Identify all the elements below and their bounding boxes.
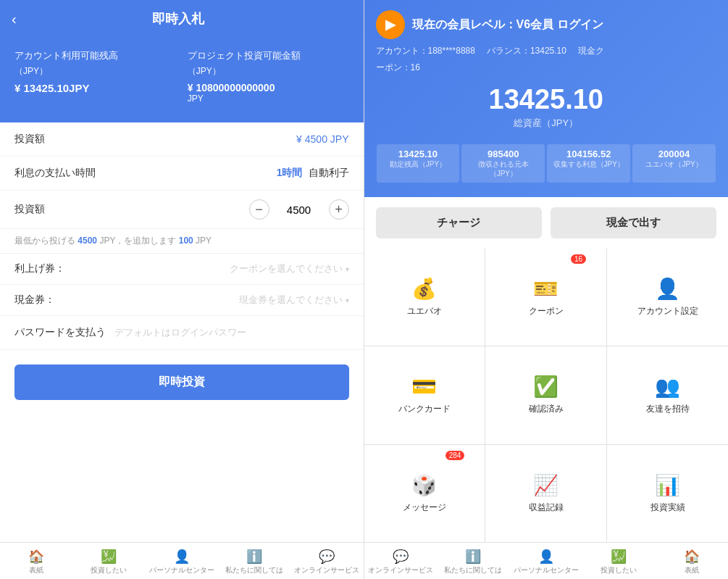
coupon-select-row[interactable]: 利上げ券： クーポンを選んでください ▾ (0, 254, 364, 285)
coupon-row: ーポン：16 (376, 62, 420, 74)
about-icon: ℹ️ (246, 549, 262, 565)
menu-messages[interactable]: 284 🎲 メッセージ (364, 445, 485, 542)
hint-suffix: JPY (193, 236, 212, 246)
menu-earnings[interactable]: 📈 収益記録 (485, 445, 606, 542)
total-balance-section: 13425.10 総資産（JPY） (376, 78, 717, 136)
yuebao-icon: 💰 (411, 277, 437, 301)
right-header: ▶ 現在の会員レベル：V6会員 ログイン アカウント：188****8888 バ… (364, 0, 729, 197)
right-nav-personal[interactable]: 👤 パーソナルセンター (510, 547, 583, 576)
right-nav-online-label: オンラインサービス (368, 566, 433, 575)
account-settings-label: アカウント設定 (637, 305, 698, 317)
left-nav-online[interactable]: 💬 オンラインサービス (290, 547, 363, 576)
left-nav-personal[interactable]: 👤 パーソナルセンター (146, 547, 218, 576)
menu-verified[interactable]: ✅ 確認済み (485, 346, 606, 443)
coupon-label: 利上げ券： (14, 262, 65, 275)
menu-grid: 💰 ユエバオ 16 🎫 クーポン 👤 アカウント設定 💳 バンクカード ✅ 確認… (364, 249, 729, 542)
left-nav-about-label: 私たちに関しては (225, 566, 283, 575)
left-nav-home[interactable]: 🏠 表紙 (0, 547, 72, 576)
right-nav-home[interactable]: 🏠 表紙 (656, 547, 729, 576)
menu-invite[interactable]: 👥 友達を招待 (607, 346, 728, 443)
verified-label: 確認済み (529, 403, 564, 415)
logo-icon: ▶ (385, 17, 396, 33)
verified-icon: ✅ (533, 375, 558, 399)
personal-icon: 👤 (174, 549, 190, 565)
left-nav-invest[interactable]: 💹 投資したい (72, 547, 145, 576)
withdraw-button[interactable]: 現金で出す (551, 207, 716, 238)
interest-row: 利息の支払い時間 1時間 自動利子 (0, 157, 364, 191)
right-nav-invest[interactable]: 💹 投資したい (582, 547, 656, 576)
left-panel: ‹ 即時入札 アカウント利用可能残高 （JPY） ¥ 13425.10JPY プ… (0, 0, 364, 579)
investment-results-label: 投資実績 (650, 501, 685, 514)
yuebao-label: ユエバオ (407, 305, 442, 317)
menu-yuebao[interactable]: 💰 ユエバオ (364, 249, 485, 346)
cash-label: 現金券： (14, 293, 55, 307)
charge-button[interactable]: チャージ (376, 207, 542, 238)
right-invest-icon: 💹 (611, 549, 627, 565)
coupon-menu-label: クーポン (529, 305, 564, 317)
account-balance-value: ¥ 13425.10JPY (14, 82, 176, 94)
coupon-placeholder: クーポンを選んでください ▾ (230, 262, 349, 275)
investment-value: ¥ 4500 JPY (296, 133, 348, 145)
interest-value: 1時間 自動利子 (277, 167, 349, 180)
coupon-badge: 16 (571, 254, 586, 264)
messages-icon: 🎲 (411, 473, 437, 497)
stepper-row: 投資額 − 4500 + (0, 191, 364, 229)
menu-bankcard[interactable]: 💳 バンクカード (364, 346, 485, 443)
back-button[interactable]: ‹ (12, 11, 17, 28)
invest-button[interactable]: 即時投資 (14, 365, 349, 400)
balance-info: バランス：13425.10 (487, 45, 566, 57)
stat-value-2: 985400 (464, 149, 542, 159)
coupon-chevron-icon: ▾ (346, 265, 349, 273)
cash-chevron-icon: ▾ (346, 296, 349, 304)
right-header-top: ▶ 現在の会員レベル：V6会員 ログイン (376, 10, 717, 39)
account-settings-icon: 👤 (655, 277, 680, 301)
stepper-plus-button[interactable]: + (329, 199, 349, 220)
balance-card: アカウント利用可能残高 （JPY） ¥ 13425.10JPY プロジェクト投資… (0, 38, 364, 122)
total-label: 総資産（JPY） (376, 117, 717, 130)
stat-label-3: 収集する利息（JPY） (550, 159, 627, 169)
account-info: アカウント：188****8888 バランス：13425.10 現金ク (376, 45, 717, 57)
project-balance-value: ¥ 10800000000000 (188, 82, 349, 93)
left-nav-online-label: オンラインサービス (294, 566, 359, 575)
menu-investment-results[interactable]: 📊 投資実績 (607, 445, 728, 542)
stats-row: 13425.10 勘定残高（JPY） 985400 徴収される元本（JPY） 1… (376, 144, 717, 183)
earnings-icon: 📈 (533, 473, 558, 497)
messages-label: メッセージ (403, 501, 446, 514)
investment-results-icon: 📊 (655, 473, 680, 497)
right-nav-online[interactable]: 💬 オンラインサービス (364, 547, 438, 576)
right-bottom-nav: 💬 オンラインサービス ℹ️ 私たちに関しては 👤 パーソナルセンター 💹 投資… (364, 542, 729, 579)
project-balance-unit: JPY (188, 93, 349, 104)
cash-placeholder: 現金券を選んでください ▾ (239, 293, 349, 307)
stepper-controls: − 4500 + (249, 199, 349, 220)
left-nav-home-label: 表紙 (29, 566, 43, 575)
stat-label-2: 徴収される元本（JPY） (464, 159, 542, 178)
menu-coupon[interactable]: 16 🎫 クーポン (485, 249, 606, 346)
left-bottom-nav: 🏠 表紙 💹 投資したい 👤 パーソナルセンター ℹ️ 私たちに関しては 💬 オ… (0, 542, 364, 579)
hint-row: 最低から投げる 4500 JPY，を追加します 100 JPY (0, 229, 364, 254)
right-about-icon: ℹ️ (465, 549, 481, 565)
investment-amount-row: 投資額 ¥ 4500 JPY (0, 122, 364, 157)
coupon-info: ーポン：16 (376, 62, 717, 74)
stepper-minus-button[interactable]: − (249, 199, 269, 220)
menu-account-settings[interactable]: 👤 アカウント設定 (607, 249, 728, 346)
page-title: 即時入札 (25, 10, 332, 28)
right-personal-icon: 👤 (538, 549, 554, 565)
project-balance-section: プロジェクト投資可能金額 （JPY） ¥ 10800000000000 JPY (188, 49, 349, 108)
left-header: ‹ 即時入札 (0, 0, 364, 38)
account-balance-section: アカウント利用可能残高 （JPY） ¥ 13425.10JPY (14, 49, 176, 108)
left-nav-about[interactable]: ℹ️ 私たちに関しては (218, 547, 290, 576)
stepper-value: 4500 (281, 204, 317, 216)
stat-interest: 104156.52 収集する利息（JPY） (547, 144, 630, 183)
right-home-icon: 🏠 (684, 549, 700, 565)
stat-label-4: ユエバオ（JPY） (635, 159, 713, 169)
stat-value-4: 200004 (635, 149, 713, 159)
project-balance-label: プロジェクト投資可能金額 (188, 49, 349, 62)
right-nav-personal-label: パーソナルセンター (514, 566, 579, 575)
bankcard-label: バンクカード (398, 403, 451, 415)
form-section: 投資額 ¥ 4500 JPY 利息の支払い時間 1時間 自動利子 投資額 − 4… (0, 122, 364, 542)
right-panel: ▶ 現在の会員レベル：V6会員 ログイン アカウント：188****8888 バ… (364, 0, 729, 579)
cash-select-row[interactable]: 現金券： 現金券を選んでください ▾ (0, 285, 364, 316)
member-level-title: 現在の会員レベル：V6会員 ログイン (412, 17, 603, 33)
interest-label: 利息の支払い時間 (14, 167, 96, 180)
right-nav-about[interactable]: ℹ️ 私たちに関しては (437, 547, 510, 576)
